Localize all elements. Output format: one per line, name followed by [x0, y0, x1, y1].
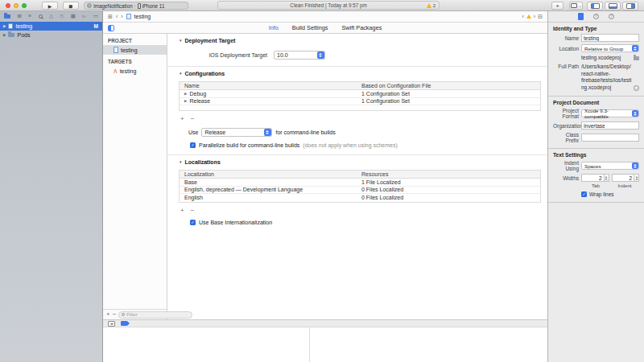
tab-swift-packages[interactable]: Swift Packages [341, 24, 382, 31]
configuration-name: Release [189, 98, 210, 104]
variables-view[interactable] [103, 327, 310, 362]
run-button[interactable]: ▶ [42, 2, 58, 10]
file-row-pods[interactable]: ▶ Pods [0, 31, 102, 39]
add-target-button[interactable]: + [106, 311, 110, 318]
debug-navigator-icon[interactable]: ▦ [71, 14, 76, 19]
breakpoints-toggle-icon[interactable] [121, 321, 127, 326]
class-prefix-input[interactable] [581, 134, 639, 142]
back-icon[interactable]: ‹ [116, 14, 118, 19]
xcode-window: ▶ ◼ i ImageNotification › iPhone 11 Clea… [0, 0, 644, 362]
filter-input[interactable] [126, 312, 189, 317]
target-filter-bar: + − [103, 309, 167, 319]
tab-width-value[interactable]: 2 [581, 174, 605, 182]
stepper-arrows-icon[interactable] [634, 174, 639, 182]
add-localization-button[interactable]: + [180, 208, 184, 214]
target-item-label: testing [120, 68, 137, 74]
find-navigator-icon[interactable] [39, 14, 43, 19]
console-output[interactable] [310, 327, 547, 362]
disclosure-icon[interactable]: ▼ [179, 160, 182, 164]
target-item-testing[interactable]: Λ testing [103, 66, 167, 76]
tab-info[interactable]: Info [269, 24, 279, 31]
issue-warning-icon[interactable] [526, 14, 531, 19]
project-item-testing[interactable]: testing [103, 45, 167, 55]
breakpoint-navigator-icon[interactable]: ▻ [82, 14, 86, 19]
indent-width-stepper[interactable]: 2 [612, 174, 640, 182]
project-targets-pane: PROJECT testing TARGETS Λ testing + − [103, 34, 167, 319]
close-window-icon[interactable] [6, 3, 10, 8]
scheme-device-name[interactable]: iPhone 11 [142, 3, 165, 9]
scheme-separator-icon: › [134, 3, 136, 8]
command-line-configuration-dropdown[interactable]: Release [201, 128, 272, 137]
name-input[interactable] [581, 34, 639, 42]
dropdown-caret-icon [632, 110, 638, 117]
indent-using-dropdown[interactable]: Spaces [581, 162, 639, 170]
remove-localization-button[interactable]: − [191, 208, 195, 214]
status-text: Clean Finished | Today at 9:57 pm [290, 2, 366, 8]
wrap-lines-checkbox[interactable]: ✓ [581, 191, 587, 197]
disclosure-icon[interactable]: ▼ [179, 72, 182, 76]
project-format-dropdown[interactable]: Xcode 9.3-compatible [581, 109, 639, 117]
parallelize-checkbox[interactable]: ✓ [190, 142, 196, 148]
disclosure-icon[interactable]: ▶ [184, 92, 187, 96]
project-list-toggle-icon[interactable] [108, 25, 114, 31]
tab-build-settings[interactable]: Build Settings [292, 24, 328, 31]
toggle-navigator-button[interactable] [587, 2, 603, 10]
dropdown-caret-icon [264, 129, 271, 136]
zoom-window-icon[interactable] [22, 3, 27, 8]
quick-help-inspector-icon[interactable]: ? [609, 14, 614, 19]
test-navigator-icon[interactable]: ◇ [60, 14, 64, 19]
disclosure-icon[interactable]: ▶ [3, 33, 6, 37]
previous-issue-icon[interactable]: ‹ [522, 14, 523, 19]
reveal-in-finder-icon[interactable]: → [634, 85, 639, 91]
issue-navigator-icon[interactable]: △ [49, 14, 53, 19]
forward-icon[interactable]: › [121, 14, 122, 19]
remove-target-button[interactable]: − [113, 311, 117, 318]
choose-location-folder-icon[interactable] [634, 56, 639, 60]
add-editor-button[interactable]: → [569, 2, 583, 10]
stepper-arrows-icon[interactable] [605, 174, 609, 182]
history-inspector-icon[interactable]: ? [593, 14, 599, 19]
section-deployment-target: ▼ Deployment Target iOS Deployment Targe… [167, 34, 547, 66]
warning-icon [427, 3, 431, 8]
file-inspector-icon[interactable] [578, 13, 584, 20]
base-internationalization-checkbox[interactable]: ✓ [190, 220, 196, 225]
jump-bar-file[interactable]: testing [134, 14, 151, 19]
organization-input[interactable] [581, 121, 639, 130]
toggle-inspector-button[interactable] [622, 2, 638, 10]
table-row[interactable]: English 0 Files Localized [180, 194, 540, 202]
add-configuration-button[interactable]: + [180, 116, 184, 122]
dropdown-value: Release [204, 130, 225, 135]
library-button[interactable]: + [551, 2, 564, 10]
filter-field[interactable] [118, 311, 192, 319]
scheme-selector[interactable]: i ImageNotification › iPhone 11 [84, 2, 188, 10]
disclosure-icon[interactable]: ▼ [179, 39, 182, 43]
status-warnings[interactable]: 2 [427, 3, 436, 8]
project-navigator-icon[interactable] [4, 14, 10, 19]
remove-configuration-button[interactable]: − [191, 116, 195, 122]
scheme-target-name[interactable]: ImageNotification [93, 3, 133, 9]
editor-options-icon[interactable]: ⊟ [538, 14, 543, 20]
dropdown-value: Spaces [584, 163, 601, 169]
indent-width-value[interactable]: 2 [612, 174, 635, 182]
source-control-navigator-icon[interactable]: ⊠ [17, 14, 21, 19]
next-issue-icon[interactable]: › [534, 14, 535, 19]
debug-area-toggle-icon[interactable] [108, 321, 115, 327]
disclosure-icon[interactable]: ▶ [184, 99, 187, 103]
symbol-navigator-icon[interactable]: ≡ [28, 14, 31, 19]
table-row[interactable]: Base 1 File Localized [180, 179, 540, 187]
dropdown-value: Xcode 9.3-compatible [584, 108, 632, 119]
table-row[interactable]: ▶ Release 1 Configuration Set [180, 98, 540, 106]
related-items-icon[interactable]: ⊞ [108, 14, 113, 20]
disclosure-icon[interactable]: ▶ [3, 24, 6, 28]
minimize-window-icon[interactable] [14, 3, 19, 8]
tab-width-stepper[interactable]: 2 [581, 174, 609, 182]
table-row[interactable]: ▶ Debug 1 Configuration Set [180, 90, 540, 98]
location-dropdown[interactable]: Relative to Group [581, 44, 639, 52]
file-row-testing[interactable]: ▶ testing M [0, 22, 102, 31]
stop-button[interactable]: ◼ [63, 2, 79, 10]
report-navigator-icon[interactable]: ▭ [93, 14, 98, 19]
ios-deployment-target-dropdown[interactable]: 10.0 [274, 51, 325, 60]
toggle-debug-area-button[interactable] [605, 2, 621, 10]
table-row[interactable]: English, deprecated — Development Langua… [180, 187, 540, 195]
localization-name: English, deprecated — Development Langua… [180, 187, 360, 192]
